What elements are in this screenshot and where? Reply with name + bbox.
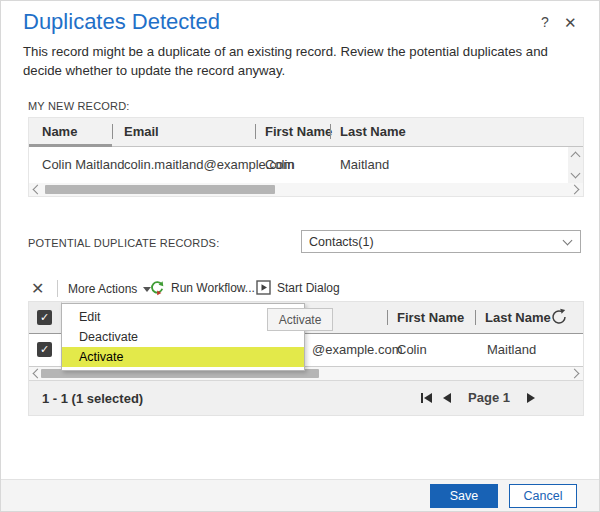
menu-item-activate[interactable]: Activate (62, 347, 304, 367)
help-icon[interactable]: ? (541, 14, 549, 30)
more-actions-button[interactable]: More Actions (68, 282, 151, 296)
start-dialog-icon (256, 280, 271, 295)
my-new-record-grid: Name Email First Name Last Name Colin Ma… (28, 117, 584, 197)
grid-footer: 1 - 1 (1 selected) Page 1 (29, 380, 583, 415)
start-dialog-button[interactable]: Start Dialog (256, 280, 340, 295)
chevron-down-icon (563, 236, 573, 246)
column-separator (387, 310, 388, 325)
grid-toolbar: ✕ More Actions Run Workflow... (28, 277, 584, 301)
cell-first-name: Colin (265, 157, 295, 172)
column-header-first-name[interactable]: First Name (397, 310, 464, 325)
cell-last-name: Maitland (487, 342, 536, 357)
close-icon[interactable]: ✕ (564, 14, 577, 32)
vertical-scrollbar[interactable] (568, 147, 583, 183)
column-header-name[interactable]: Name (42, 124, 77, 139)
column-separator (255, 124, 256, 139)
first-page-button[interactable] (421, 393, 433, 403)
view-selector-value: Contacts(1) (309, 235, 374, 249)
column-separator (330, 124, 331, 139)
select-all-cell: ✓ (29, 302, 62, 333)
run-workflow-button[interactable]: Run Workflow... (149, 280, 255, 296)
record-count-summary: 1 - 1 (1 selected) (42, 391, 143, 406)
save-button[interactable]: Save (430, 484, 498, 508)
view-selector-dropdown[interactable]: Contacts(1) (301, 230, 581, 253)
horizontal-scrollbar[interactable] (29, 183, 583, 196)
duplicates-detected-dialog: Duplicates Detected ? ✕ This record migh… (0, 0, 600, 512)
table-row[interactable]: Colin Maitland colin.maitland@example.co… (29, 147, 583, 184)
toolbar-divider (57, 280, 58, 297)
start-dialog-label: Start Dialog (277, 281, 340, 295)
column-separator (112, 124, 113, 139)
column-header-last-name[interactable]: Last Name (485, 310, 551, 325)
pagination: Page 1 (421, 390, 535, 405)
activate-tooltip: Activate (267, 308, 333, 331)
new-record-grid-header: Name Email First Name Last Name (29, 118, 583, 147)
dialog-title: Duplicates Detected (23, 9, 220, 35)
dialog-footer: Save Cancel (1, 479, 599, 512)
more-actions-label: More Actions (68, 282, 137, 296)
select-all-checkbox[interactable]: ✓ (37, 310, 52, 325)
column-header-first-name[interactable]: First Name (265, 124, 332, 139)
column-header-last-name[interactable]: Last Name (340, 124, 406, 139)
cell-first-name: Colin (397, 342, 427, 357)
cell-email: @example.com (312, 342, 403, 357)
refresh-icon[interactable] (550, 308, 568, 330)
cancel-button[interactable]: Cancel (509, 484, 577, 508)
column-separator (475, 310, 476, 325)
page-label: Page 1 (468, 390, 510, 405)
my-new-record-label: MY NEW RECORD: (28, 100, 130, 112)
scroll-down-icon[interactable] (571, 169, 581, 179)
scroll-up-icon[interactable] (571, 152, 581, 162)
previous-page-button[interactable] (443, 393, 451, 403)
column-header-email[interactable]: Email (124, 124, 159, 139)
cell-name: Colin Maitland (42, 157, 124, 172)
scroll-right-icon[interactable] (570, 369, 580, 379)
delete-icon[interactable]: ✕ (31, 279, 44, 298)
row-checkbox[interactable]: ✓ (37, 342, 52, 357)
cell-last-name: Maitland (340, 157, 389, 172)
dialog-description: This record might be a duplicate of an e… (23, 42, 583, 80)
scroll-right-icon[interactable] (570, 185, 580, 195)
row-select-cell: ✓ (29, 334, 62, 366)
run-workflow-label: Run Workflow... (171, 281, 255, 295)
scrollbar-thumb[interactable] (45, 185, 275, 194)
scroll-left-icon[interactable] (33, 185, 43, 195)
run-workflow-icon (149, 280, 165, 296)
potential-duplicates-label: POTENTIAL DUPLICATE RECORDS: (28, 237, 219, 249)
next-page-button[interactable] (527, 393, 535, 403)
